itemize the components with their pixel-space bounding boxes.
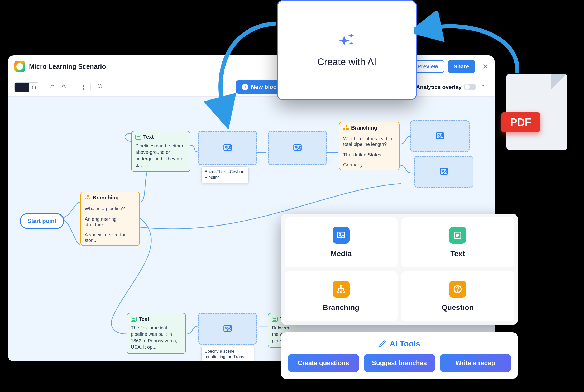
text-label: Text <box>450 250 465 258</box>
text-icon <box>272 317 278 322</box>
pdf-badge-label: PDF <box>501 112 540 132</box>
text-node-2[interactable]: Text The first practical pipeline was bu… <box>127 313 186 354</box>
svg-point-19 <box>226 327 227 329</box>
node-body: Pipelines can be either above-ground or … <box>132 143 190 171</box>
svg-point-11 <box>438 135 439 136</box>
placeholder-node[interactable] <box>414 156 473 188</box>
svg-point-7 <box>295 146 297 148</box>
ai-tools-title: AI Tools <box>288 339 511 348</box>
node-type-label: Branching <box>351 125 377 131</box>
view-mode-toggle[interactable]: ▭▭ ▢ <box>14 82 39 92</box>
node-type-label: Branching <box>93 195 119 201</box>
chevron-up-icon[interactable]: ⌃ <box>478 84 488 90</box>
branching-block-option[interactable]: Branching <box>285 271 398 321</box>
svg-point-15 <box>442 170 443 172</box>
node-type-label: Text <box>139 316 149 322</box>
app-logo-icon <box>14 61 25 72</box>
ai-tools-panel: AI Tools Create questions Suggest branch… <box>281 332 518 379</box>
branching-icon <box>333 281 350 298</box>
analytics-overlay-label: Analytics overlay <box>416 84 462 90</box>
question-label: Question <box>442 303 473 312</box>
branching-icon <box>343 125 349 131</box>
toolbar: ▭▭ ▢ ↶ ↷ ¦⁚¦ + New block Analytics overl… <box>8 78 495 97</box>
redo-icon[interactable]: ↷ <box>59 82 69 93</box>
divider <box>90 83 91 91</box>
branch-question: What is a pipeline? <box>81 203 139 214</box>
placeholder-node[interactable] <box>410 120 470 152</box>
sparkle-icon <box>339 33 355 49</box>
ai-tools-label: AI Tools <box>390 339 420 348</box>
text-block-option[interactable]: Text <box>401 217 514 267</box>
svg-point-0 <box>98 84 101 88</box>
block-type-panel: Media Text Branching Question <box>281 214 518 325</box>
media-block-option[interactable]: Media <box>285 217 398 267</box>
text-icon <box>135 135 141 140</box>
placeholder-tooltip: Baku–Tbilisi–Ceyhan Pipeline <box>201 166 249 183</box>
close-icon[interactable]: ✕ <box>482 62 488 71</box>
text-icon <box>449 227 466 244</box>
branch-node-1[interactable]: Branching What is a pipeline? An enginee… <box>80 192 140 246</box>
svg-rect-29 <box>338 291 339 293</box>
pdf-file-icon: PDF <box>506 74 567 150</box>
node-type-label: Text <box>143 134 154 140</box>
text-node-1[interactable]: Text Pipelines can be either above-groun… <box>131 131 190 172</box>
media-icon <box>333 227 350 244</box>
divider <box>43 83 43 91</box>
media-label: Media <box>331 250 351 258</box>
start-point-node[interactable]: Start point <box>20 213 64 229</box>
branching-icon <box>85 195 90 200</box>
question-block-option[interactable]: Question <box>401 271 514 321</box>
svg-point-3 <box>226 146 227 148</box>
branch-option[interactable]: An engineering structure... <box>81 214 139 230</box>
view-outline-icon[interactable]: ▢ <box>29 83 39 92</box>
view-cards-icon[interactable]: ▭▭ <box>15 83 29 92</box>
branch-option[interactable]: The United States <box>339 150 399 160</box>
undo-icon[interactable]: ↶ <box>47 82 57 93</box>
new-block-label: New block <box>251 84 280 90</box>
svg-rect-30 <box>340 291 342 293</box>
branch-option[interactable]: Germany <box>339 160 399 170</box>
svg-rect-28 <box>340 286 342 287</box>
text-icon <box>131 317 137 322</box>
placeholder-node[interactable] <box>268 131 327 165</box>
divider <box>73 83 73 91</box>
write-recap-button[interactable]: Write a recap <box>440 354 511 372</box>
branch-node-2[interactable]: Branching Which countries lead in total … <box>339 122 400 170</box>
branch-question: Which countries lead in total pipeline l… <box>339 133 399 150</box>
svg-rect-31 <box>343 291 345 293</box>
placeholder-node[interactable] <box>198 131 257 165</box>
create-with-ai-card[interactable]: Create with AI <box>277 0 417 100</box>
share-button[interactable]: Share <box>448 60 475 73</box>
create-questions-button[interactable]: Create questions <box>288 354 359 372</box>
svg-line-1 <box>101 87 102 89</box>
align-icon[interactable]: ¦⁚¦ <box>77 82 87 93</box>
question-icon <box>449 281 466 298</box>
search-icon[interactable] <box>94 81 106 93</box>
app-header: Micro Learning Scenario Preview Share ✕ <box>8 55 495 78</box>
suggest-branches-button[interactable]: Suggest branches <box>364 354 435 372</box>
node-body: The first practical pipeline was built i… <box>127 325 185 353</box>
svg-point-33 <box>457 291 458 291</box>
create-with-ai-label: Create with AI <box>317 56 376 68</box>
placeholder-node[interactable] <box>198 313 257 345</box>
svg-point-23 <box>339 234 341 235</box>
placeholder-tooltip: Specify a scene mentioning the Trans-Ala… <box>201 346 254 361</box>
plus-icon: + <box>242 84 248 90</box>
analytics-overlay-toggle[interactable] <box>464 84 476 90</box>
branch-option[interactable]: A special device for stori... <box>81 230 139 245</box>
branching-label: Branching <box>323 303 359 312</box>
